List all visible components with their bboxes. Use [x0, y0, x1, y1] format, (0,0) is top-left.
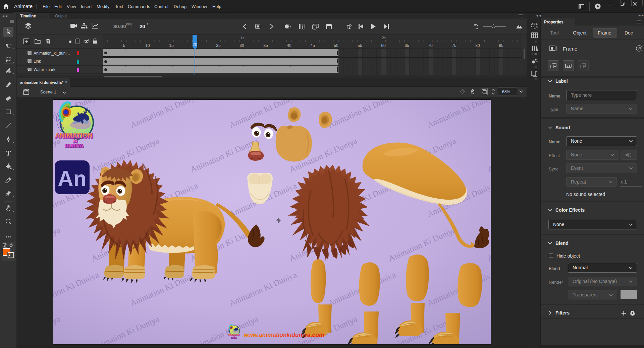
svg-text:An: An	[58, 166, 86, 191]
svg-text:DUNIYA: DUNIYA	[65, 143, 84, 148]
svg-text:ANIMATION: ANIMATION	[55, 132, 93, 139]
svg-text:www.animationkiduniya.com: www.animationkiduniya.com	[244, 332, 324, 338]
